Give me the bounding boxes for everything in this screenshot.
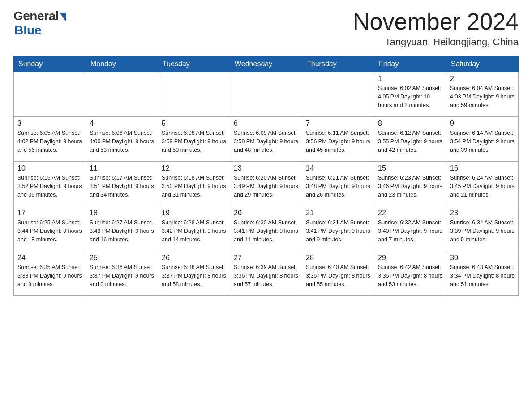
day-info: Sunrise: 6:39 AM Sunset: 3:36 PM Dayligh… [234, 263, 298, 288]
calendar-cell: 22Sunrise: 6:32 AM Sunset: 3:40 PM Dayli… [374, 206, 446, 251]
day-info: Sunrise: 6:27 AM Sunset: 3:43 PM Dayligh… [90, 218, 154, 244]
calendar-cell [14, 72, 86, 117]
calendar-cell: 6Sunrise: 6:09 AM Sunset: 3:58 PM Daylig… [230, 117, 302, 162]
calendar-cell: 7Sunrise: 6:11 AM Sunset: 3:56 PM Daylig… [302, 117, 374, 162]
day-info: Sunrise: 6:18 AM Sunset: 3:50 PM Dayligh… [162, 174, 226, 199]
day-info: Sunrise: 6:43 AM Sunset: 3:34 PM Dayligh… [450, 263, 515, 288]
day-number: 19 [162, 209, 226, 217]
calendar-cell [158, 72, 230, 117]
logo-arrow-icon [60, 13, 66, 21]
day-info: Sunrise: 6:24 AM Sunset: 3:45 PM Dayligh… [450, 174, 515, 199]
calendar-cell: 13Sunrise: 6:20 AM Sunset: 3:49 PM Dayli… [230, 162, 302, 206]
week-row: 24Sunrise: 6:35 AM Sunset: 3:38 PM Dayli… [14, 251, 519, 296]
day-info: Sunrise: 6:21 AM Sunset: 3:48 PM Dayligh… [306, 174, 370, 199]
day-number: 13 [234, 164, 298, 172]
day-info: Sunrise: 6:42 AM Sunset: 3:35 PM Dayligh… [378, 263, 442, 288]
calendar-cell: 11Sunrise: 6:17 AM Sunset: 3:51 PM Dayli… [86, 162, 158, 206]
calendar-cell: 24Sunrise: 6:35 AM Sunset: 3:38 PM Dayli… [14, 251, 86, 296]
day-info: Sunrise: 6:31 AM Sunset: 3:41 PM Dayligh… [306, 218, 370, 244]
calendar-cell: 28Sunrise: 6:40 AM Sunset: 3:35 PM Dayli… [302, 251, 374, 296]
day-number: 8 [378, 120, 442, 128]
calendar-cell: 14Sunrise: 6:21 AM Sunset: 3:48 PM Dayli… [302, 162, 374, 206]
weekday-header: Thursday [302, 56, 374, 72]
day-info: Sunrise: 6:08 AM Sunset: 3:59 PM Dayligh… [162, 129, 226, 154]
day-number: 20 [234, 209, 298, 217]
week-row: 10Sunrise: 6:15 AM Sunset: 3:52 PM Dayli… [14, 162, 519, 206]
day-info: Sunrise: 6:40 AM Sunset: 3:35 PM Dayligh… [306, 263, 370, 288]
calendar-cell: 1Sunrise: 6:02 AM Sunset: 4:05 PM Daylig… [374, 72, 446, 117]
day-number: 5 [162, 120, 226, 128]
day-number: 21 [306, 209, 370, 217]
day-number: 30 [450, 254, 515, 262]
calendar-cell [86, 72, 158, 117]
day-number: 29 [378, 254, 442, 262]
calendar-table: SundayMondayTuesdayWednesdayThursdayFrid… [13, 56, 519, 296]
day-info: Sunrise: 6:17 AM Sunset: 3:51 PM Dayligh… [90, 174, 154, 199]
day-number: 22 [378, 209, 442, 217]
day-number: 27 [234, 254, 298, 262]
day-info: Sunrise: 6:35 AM Sunset: 3:38 PM Dayligh… [17, 263, 82, 288]
calendar-cell: 5Sunrise: 6:08 AM Sunset: 3:59 PM Daylig… [158, 117, 230, 162]
day-number: 15 [378, 164, 442, 172]
day-number: 9 [450, 120, 515, 128]
logo-blue-text: Blue [14, 23, 42, 38]
day-number: 28 [306, 254, 370, 262]
title-block: November 2024 Tangyuan, Heilongjiang, Ch… [353, 9, 519, 48]
calendar-cell: 10Sunrise: 6:15 AM Sunset: 3:52 PM Dayli… [14, 162, 86, 206]
day-info: Sunrise: 6:11 AM Sunset: 3:56 PM Dayligh… [306, 129, 370, 154]
day-info: Sunrise: 6:04 AM Sunset: 4:03 PM Dayligh… [450, 84, 515, 109]
day-info: Sunrise: 6:12 AM Sunset: 3:55 PM Dayligh… [378, 129, 442, 154]
calendar-cell: 2Sunrise: 6:04 AM Sunset: 4:03 PM Daylig… [446, 72, 519, 117]
day-number: 10 [17, 164, 82, 172]
location-title: Tangyuan, Heilongjiang, China [353, 36, 519, 48]
page-header: General Blue November 2024 Tangyuan, Hei… [13, 9, 519, 48]
day-number: 16 [450, 164, 515, 172]
calendar-cell: 30Sunrise: 6:43 AM Sunset: 3:34 PM Dayli… [446, 251, 519, 296]
calendar-cell: 12Sunrise: 6:18 AM Sunset: 3:50 PM Dayli… [158, 162, 230, 206]
day-number: 18 [90, 209, 154, 217]
weekday-header: Friday [374, 56, 446, 72]
day-number: 11 [90, 164, 154, 172]
calendar-cell: 20Sunrise: 6:30 AM Sunset: 3:41 PM Dayli… [230, 206, 302, 251]
calendar-cell: 25Sunrise: 6:36 AM Sunset: 3:37 PM Dayli… [86, 251, 158, 296]
day-number: 12 [162, 164, 226, 172]
day-info: Sunrise: 6:09 AM Sunset: 3:58 PM Dayligh… [234, 129, 298, 154]
day-number: 4 [90, 120, 154, 128]
week-row: 17Sunrise: 6:25 AM Sunset: 3:44 PM Dayli… [14, 206, 519, 251]
calendar-cell: 27Sunrise: 6:39 AM Sunset: 3:36 PM Dayli… [230, 251, 302, 296]
day-info: Sunrise: 6:05 AM Sunset: 4:02 PM Dayligh… [17, 129, 82, 154]
calendar-cell [230, 72, 302, 117]
calendar-header-row: SundayMondayTuesdayWednesdayThursdayFrid… [14, 56, 519, 72]
calendar-cell: 8Sunrise: 6:12 AM Sunset: 3:55 PM Daylig… [374, 117, 446, 162]
day-number: 26 [162, 254, 226, 262]
day-info: Sunrise: 6:32 AM Sunset: 3:40 PM Dayligh… [378, 218, 442, 244]
day-number: 7 [306, 120, 370, 128]
weekday-header: Sunday [14, 56, 86, 72]
calendar-cell: 29Sunrise: 6:42 AM Sunset: 3:35 PM Dayli… [374, 251, 446, 296]
calendar-cell: 17Sunrise: 6:25 AM Sunset: 3:44 PM Dayli… [14, 206, 86, 251]
day-info: Sunrise: 6:15 AM Sunset: 3:52 PM Dayligh… [17, 174, 82, 199]
calendar-cell: 26Sunrise: 6:38 AM Sunset: 3:37 PM Dayli… [158, 251, 230, 296]
day-number: 2 [450, 75, 515, 83]
calendar-cell: 9Sunrise: 6:14 AM Sunset: 3:54 PM Daylig… [446, 117, 519, 162]
day-number: 3 [17, 120, 82, 128]
day-number: 6 [234, 120, 298, 128]
day-info: Sunrise: 6:14 AM Sunset: 3:54 PM Dayligh… [450, 129, 515, 154]
day-number: 17 [17, 209, 82, 217]
day-info: Sunrise: 6:25 AM Sunset: 3:44 PM Dayligh… [17, 218, 82, 244]
month-title: November 2024 [353, 9, 519, 34]
day-number: 23 [450, 209, 515, 217]
calendar-cell: 23Sunrise: 6:34 AM Sunset: 3:39 PM Dayli… [446, 206, 519, 251]
day-number: 1 [378, 75, 442, 83]
day-number: 24 [17, 254, 82, 262]
weekday-header: Tuesday [158, 56, 230, 72]
logo-general-text: General [13, 9, 59, 23]
weekday-header: Monday [86, 56, 158, 72]
calendar-cell: 3Sunrise: 6:05 AM Sunset: 4:02 PM Daylig… [14, 117, 86, 162]
calendar-cell [302, 72, 374, 117]
logo: General Blue [13, 9, 66, 38]
day-info: Sunrise: 6:34 AM Sunset: 3:39 PM Dayligh… [450, 218, 515, 244]
day-number: 14 [306, 164, 370, 172]
weekday-header: Saturday [446, 56, 519, 72]
calendar-cell: 19Sunrise: 6:28 AM Sunset: 3:42 PM Dayli… [158, 206, 230, 251]
